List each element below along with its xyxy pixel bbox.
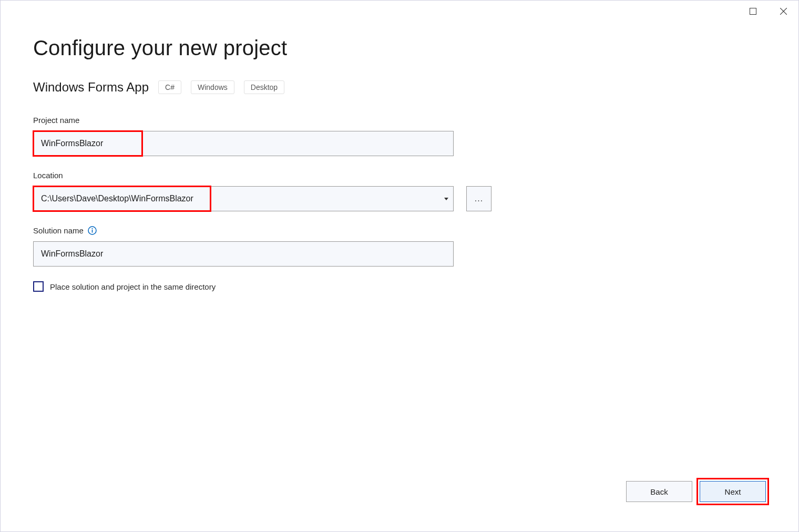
tag-language: C# [158,80,181,94]
close-icon [780,8,787,15]
back-label: Back [650,487,668,496]
svg-rect-6 [92,230,93,233]
location-input[interactable] [33,186,454,211]
project-name-group: Project name [33,116,766,156]
same-directory-row: Place solution and project in the same d… [33,281,766,292]
next-button[interactable]: Next [700,481,766,502]
next-label: Next [725,487,741,496]
svg-rect-0 [750,8,756,14]
solution-name-input[interactable] [33,241,454,267]
same-directory-checkbox[interactable] [33,281,44,292]
svg-marker-3 [444,198,448,200]
template-info-row: Windows Forms App C# Windows Desktop [33,80,766,95]
dialog-content: Configure your new project Windows Forms… [1,1,798,292]
maximize-icon [750,8,756,15]
solution-name-label: Solution name [33,226,84,235]
svg-point-5 [91,228,93,229]
maximize-button[interactable] [737,1,768,22]
info-icon[interactable] [88,226,97,235]
same-directory-label: Place solution and project in the same d… [50,282,216,291]
tag-project-type: Desktop [244,80,284,94]
location-dropdown-button[interactable] [440,187,453,210]
project-name-input[interactable] [33,131,454,156]
back-button[interactable]: Back [626,481,692,502]
chevron-down-icon [444,198,448,200]
browse-button[interactable]: ... [466,186,491,211]
window-titlebar [737,1,798,22]
project-name-label: Project name [33,116,766,125]
location-group: Location ... [33,171,766,211]
solution-name-group: Solution name [33,226,766,267]
solution-name-label-row: Solution name [33,226,766,235]
page-title: Configure your new project [33,36,766,60]
close-button[interactable] [768,1,798,22]
location-label: Location [33,171,766,180]
tag-platform: Windows [191,80,234,94]
template-name: Windows Forms App [33,80,149,95]
dialog-footer: Back Next [626,481,766,502]
browse-label: ... [475,194,483,203]
